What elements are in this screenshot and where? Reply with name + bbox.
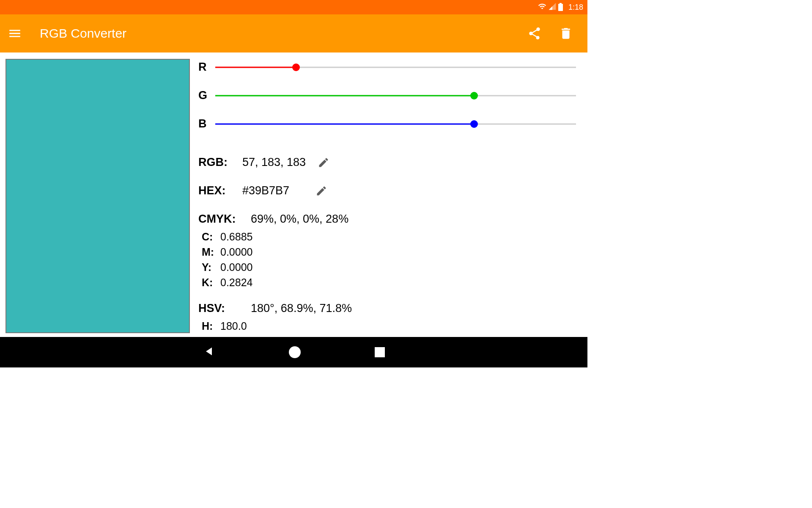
color-swatch: [5, 59, 190, 333]
cmyk-label: CMYK:: [198, 213, 251, 226]
slider-r[interactable]: [215, 64, 576, 71]
content: R G B RGB:: [0, 52, 587, 337]
cmyk-row: CMYK: 69%, 0%, 0%, 28%: [198, 213, 582, 226]
share-icon[interactable]: [527, 26, 542, 41]
slider-b-label: B: [198, 117, 215, 130]
recents-icon[interactable]: [375, 347, 385, 357]
k-label: K:: [202, 275, 219, 290]
pencil-icon[interactable]: [315, 185, 327, 197]
hsv-row: HSV: 180°, 68.9%, 71.8%: [198, 302, 582, 315]
rgb-row: RGB: 57, 183, 183: [198, 156, 582, 169]
slider-thumb[interactable]: [292, 64, 300, 71]
s-value: 0.6885: [220, 334, 252, 337]
h-label: H:: [202, 318, 219, 334]
y-value: 0.0000: [220, 260, 252, 275]
hex-value: #39B7B7: [242, 184, 289, 197]
slider-r-label: R: [198, 61, 215, 74]
hsv-breakdown: H:180.0 S:0.6885 V:0.7176: [202, 318, 582, 337]
c-value: 0.6885: [220, 229, 252, 244]
wifi-icon: [538, 2, 546, 13]
h-value: 180.0: [220, 318, 247, 334]
back-icon[interactable]: [203, 345, 215, 359]
status-clock: 1:18: [568, 3, 583, 12]
slider-thumb[interactable]: [470, 120, 478, 128]
slider-thumb[interactable]: [470, 92, 478, 99]
hsv-value: 180°, 68.9%, 71.8%: [251, 302, 352, 315]
c-label: C:: [202, 229, 219, 244]
slider-b-row: B: [198, 117, 582, 130]
hsv-label: HSV:: [198, 302, 251, 315]
app-bar: RGB Converter: [0, 14, 587, 52]
slider-b[interactable]: [215, 120, 576, 128]
y-label: Y:: [202, 260, 219, 275]
nav-bar: [0, 337, 587, 367]
hex-row: HEX: #39B7B7: [198, 184, 582, 197]
slider-fill: [215, 123, 474, 124]
slider-fill: [215, 95, 474, 96]
pencil-icon[interactable]: [318, 157, 329, 168]
slider-g-row: G: [198, 89, 582, 102]
signal-icon: [548, 2, 557, 13]
rgb-label: RGB:: [198, 156, 242, 169]
slider-g-label: G: [198, 89, 215, 102]
rgb-value: 57, 183, 183: [242, 156, 306, 169]
slider-r-row: R: [198, 61, 582, 74]
hex-label: HEX:: [198, 184, 242, 197]
status-bar: 1:18: [0, 0, 587, 14]
cmyk-breakdown: C:0.6885 M:0.0000 Y:0.0000 K:0.2824: [202, 229, 582, 290]
m-value: 0.0000: [220, 244, 252, 260]
s-label: S:: [202, 334, 219, 337]
app-title: RGB Converter: [40, 26, 527, 41]
home-icon[interactable]: [289, 346, 301, 358]
delete-icon[interactable]: [559, 26, 573, 41]
menu-icon[interactable]: [8, 26, 22, 41]
k-value: 0.2824: [220, 275, 252, 290]
cmyk-value: 69%, 0%, 0%, 28%: [251, 213, 348, 226]
slider-fill: [215, 66, 296, 68]
battery-icon: [558, 4, 563, 11]
m-label: M:: [202, 244, 219, 260]
slider-g[interactable]: [215, 92, 576, 99]
